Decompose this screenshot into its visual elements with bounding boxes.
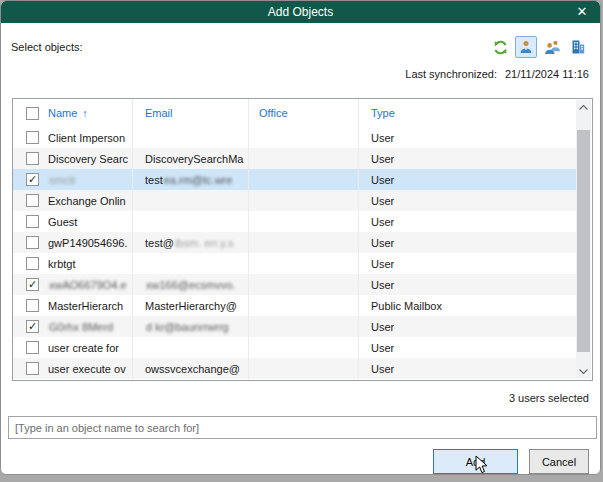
scrollbar-thumb[interactable] — [577, 130, 590, 352]
cell-name: user create for — [46, 337, 132, 358]
header-name[interactable]: Name ↑ — [46, 99, 132, 127]
cell-type: User — [358, 127, 577, 148]
cell-type: Public Mailbox — [358, 295, 577, 316]
resize-grip[interactable] — [586, 461, 597, 472]
table-row[interactable]: gwP149054696.test@ibsm. err.y.sUser — [13, 232, 577, 253]
users-view-icon[interactable] — [515, 36, 537, 58]
add-button[interactable]: Add — [433, 449, 518, 474]
last-synchronized-label: Last synchronized: — [405, 68, 497, 80]
row-checkbox[interactable] — [26, 320, 39, 333]
cell-type: User — [358, 337, 577, 358]
row-checkbox[interactable] — [26, 194, 39, 207]
search-input[interactable] — [8, 416, 597, 439]
cell-email: DiscoverySearchMa — [132, 148, 248, 169]
table-row[interactable]: Client ImpersonUser — [13, 127, 577, 148]
cell-name: Client Imperson — [46, 127, 132, 148]
cell-checkbox — [13, 295, 46, 316]
cell-office — [248, 274, 358, 295]
cell-type: User — [358, 253, 577, 274]
scrollbar-grip-icon — [580, 236, 587, 247]
dialog-titlebar: Add Objects ✕ — [1, 1, 600, 23]
cell-type: User — [358, 232, 577, 253]
row-checkbox[interactable] — [26, 257, 39, 270]
redacted-email: xw166@ecsmvvo. — [146, 279, 235, 291]
cell-name: Exchange Onlin — [46, 190, 132, 211]
cell-type: User — [358, 169, 577, 190]
row-checkbox[interactable] — [26, 173, 39, 186]
cell-checkbox — [13, 127, 46, 148]
cell-type: User — [358, 274, 577, 295]
cell-name: Discovery Searc — [46, 148, 132, 169]
cell-email — [132, 190, 248, 211]
groups-view-icon[interactable] — [541, 36, 563, 58]
row-checkbox[interactable] — [26, 131, 39, 144]
row-checkbox[interactable] — [26, 236, 39, 249]
table-row[interactable]: MasterHierarchMasterHierarchy@Public Mai… — [13, 295, 577, 316]
header-office[interactable]: Office — [248, 99, 358, 127]
vertical-scrollbar[interactable] — [576, 100, 591, 379]
row-checkbox[interactable] — [26, 152, 39, 165]
cell-type: User — [358, 316, 577, 337]
table-row[interactable]: GuestUser — [13, 211, 577, 232]
table-row[interactable]: G0rhx 8Merdd kr@baunrrwrrgUser — [13, 316, 577, 337]
cell-type: User — [358, 211, 577, 232]
header-type[interactable]: Type — [358, 99, 592, 127]
redacted-email: ibsm. err.y.s — [175, 237, 233, 249]
cell-email: d kr@baunrrwrrg — [132, 316, 248, 337]
row-checkbox[interactable] — [26, 215, 39, 228]
organization-view-icon[interactable] — [567, 36, 589, 58]
table-row[interactable]: krbtgtUser — [13, 253, 577, 274]
table-body: Client ImpersonUserDiscovery SearcDiscov… — [13, 127, 577, 380]
cell-email — [132, 253, 248, 274]
cell-type: User — [358, 148, 577, 169]
cell-name: user execute ov — [46, 358, 132, 379]
table-row[interactable]: user create forUser — [13, 337, 577, 358]
cell-email — [132, 211, 248, 232]
cell-email: testea.rm@tc.wre — [132, 169, 248, 190]
cancel-button[interactable]: Cancel — [529, 449, 589, 474]
cell-name: krbtgt — [46, 253, 132, 274]
header-email[interactable]: Email — [132, 99, 248, 127]
redacted-name: xwAO6679O4.e — [49, 279, 127, 291]
row-checkbox[interactable] — [26, 341, 39, 354]
cell-checkbox — [13, 169, 46, 190]
table-row[interactable]: Discovery SearcDiscoverySearchMaUser — [13, 148, 577, 169]
table-row[interactable]: smctrtestea.rm@tc.wreUser — [13, 169, 577, 190]
close-icon[interactable]: ✕ — [568, 1, 596, 23]
cell-checkbox — [13, 190, 46, 211]
table-row[interactable]: Exchange OnlinUser — [13, 190, 577, 211]
redacted-email: ea.rm@tc.wre — [164, 174, 233, 186]
objects-table: Name ↑ Email Office Type Client Imperson… — [12, 98, 593, 381]
cell-checkbox — [13, 358, 46, 379]
last-synchronized-value: 21/11/2024 11:16 — [505, 68, 589, 80]
last-synchronized: Last synchronized:21/11/2024 11:16 — [405, 68, 589, 80]
cell-email: test@ibsm. err.y.s — [132, 232, 248, 253]
dialog-title: Add Objects — [1, 1, 600, 23]
table-row[interactable]: user execute ovowssvcexchange@User — [13, 358, 577, 379]
view-toolbar — [489, 36, 589, 58]
select-objects-label: Select objects: — [11, 41, 83, 53]
cell-office — [248, 295, 358, 316]
select-all-checkbox[interactable] — [26, 107, 39, 120]
cell-name: Guest — [46, 211, 132, 232]
row-checkbox[interactable] — [26, 362, 39, 375]
cell-checkbox — [13, 253, 46, 274]
refresh-icon[interactable] — [489, 36, 511, 58]
table-row[interactable]: xwAO6679O4.exw166@ecsmvvo.User — [13, 274, 577, 295]
cell-office — [248, 358, 358, 379]
cell-name: xwAO6679O4.e — [46, 274, 132, 295]
row-checkbox[interactable] — [26, 299, 39, 312]
redacted-name: smctr — [49, 174, 76, 186]
cell-office — [248, 253, 358, 274]
scroll-up-icon[interactable] — [576, 100, 591, 115]
cell-checkbox — [13, 232, 46, 253]
cell-email: xw166@ecsmvvo. — [132, 274, 248, 295]
cell-office — [248, 316, 358, 337]
header-checkbox-cell — [13, 99, 46, 127]
scroll-down-icon[interactable] — [576, 364, 591, 379]
cell-office — [248, 190, 358, 211]
cell-email — [132, 127, 248, 148]
cell-email — [132, 337, 248, 358]
row-checkbox[interactable] — [26, 278, 39, 291]
cell-office — [248, 232, 358, 253]
